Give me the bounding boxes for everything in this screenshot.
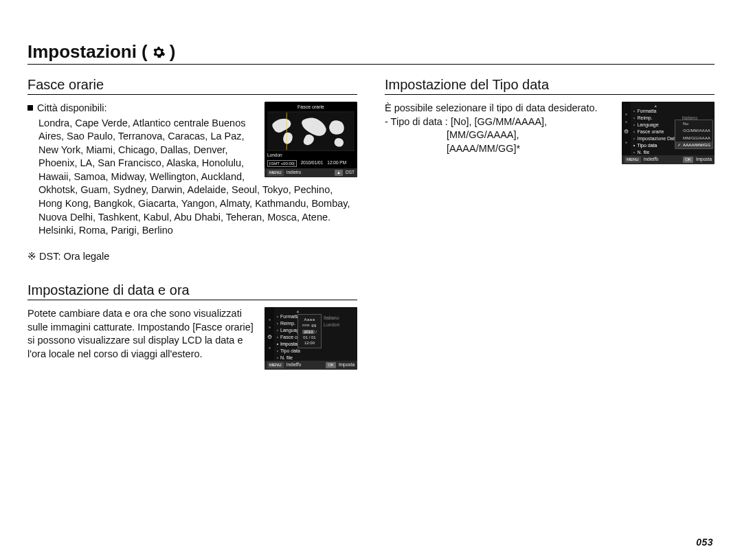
shot3-item[interactable]: Fasce orarie (637, 128, 664, 135)
shot3-item[interactable]: Language (637, 122, 658, 128)
shot3-item[interactable]: N. file (637, 149, 649, 155)
shot2-item[interactable]: Tipo data (280, 348, 300, 354)
gear-icon (152, 45, 166, 59)
fasce-orarie-body: Fasce orarie (27, 102, 357, 263)
date-type-option[interactable]: GG/MM/AAAA (675, 127, 712, 134)
gear-icon: ⚙ (624, 128, 629, 136)
cities-label-row: Città disponibili: (27, 102, 259, 115)
shot3-ok-label: Imposta (696, 157, 712, 163)
shot3-item[interactable]: Reimp. (637, 115, 652, 121)
shot1-time: 12:00 PM (327, 160, 346, 167)
chevron-down-icon: ▼ (277, 361, 319, 366)
shot3-item[interactable]: Formatta (637, 108, 656, 114)
shot1-city: London (267, 153, 282, 159)
shot2-item[interactable]: Reimp. (280, 320, 295, 326)
menu-chip-icon[interactable]: MENU (267, 170, 284, 176)
check-icon: ✓ (677, 142, 682, 148)
shot3-tabstrip: ⚙ (622, 102, 631, 155)
section-fasce-orarie-title: Fasce orarie (27, 77, 357, 95)
date-edit-year[interactable]: 2010 (302, 330, 314, 334)
square-bullet-icon (27, 105, 33, 111)
screenshot-timezone: Fasce orarie (265, 102, 357, 177)
chevron-down-icon: ▼ (633, 156, 677, 160)
shot2-ok-label: Imposta (339, 362, 355, 368)
page-number: 053 (696, 537, 713, 548)
right-column: Impostazione del Tipo data ⚙ ▲ Formatta … (385, 74, 715, 372)
screenshot-date-type: ⚙ ▲ Formatta Reimp. Language Fasce orari… (622, 102, 715, 164)
page: Impostazioni ( ) Fasce orarie Fasce orar… (0, 0, 742, 560)
date-type-option-selected[interactable]: ✓AAAA/MM/GG (675, 142, 712, 148)
shot3-item[interactable]: Impostazione Data (637, 135, 677, 142)
shot1-gmt: [GMT +00:00] (267, 160, 297, 167)
shot1-date: 2010/01/01 (301, 160, 324, 167)
page-title-row: Impostazioni ( ) (27, 41, 715, 65)
section-tipo-data-title: Impostazione del Tipo data (385, 77, 715, 95)
shot1-title: Fasce orarie (265, 102, 357, 111)
dst-note: ※ DST: Ora legale (27, 250, 357, 264)
date-edit-popup: Aaaa mm gg 2010 / 01 / 01 12:00 (297, 314, 322, 348)
left-column: Fasce orarie Fasce orarie (27, 74, 357, 372)
ok-chip-icon[interactable]: OK (326, 362, 336, 368)
gear-icon: ⚙ (267, 334, 272, 341)
world-map-icon (267, 111, 355, 151)
shot2-item[interactable]: Formatta (280, 313, 300, 320)
date-type-popup: No GG/MM/AAAA MM/GG/AAAA ✓AAAA/MM/GG (675, 120, 713, 149)
page-title-suffix: ) (170, 41, 176, 63)
shot2-val: Italiano (324, 315, 339, 321)
shot2-item[interactable]: N. file (280, 355, 293, 361)
date-edit-value[interactable]: 2010 / 01 / 01 12:00 (301, 329, 318, 346)
columns: Fasce orarie Fasce orarie (27, 74, 715, 372)
date-type-option[interactable]: MM/GG/AAAA (675, 135, 712, 142)
section-data-ora-title: Impostazione di data e ora (27, 282, 357, 300)
up-chip-icon[interactable]: ▲ (335, 170, 343, 176)
date-type-option[interactable]: No (675, 120, 712, 127)
shot2-tabstrip: ⚙ (265, 307, 274, 361)
tipo-data-body: ⚙ ▲ Formatta Reimp. Language Fasce orari… (385, 102, 715, 155)
shot3-item[interactable]: Tipo data (637, 142, 657, 148)
shot1-dst-label: DST (346, 170, 355, 176)
data-ora-text: Potete cambiare data e ora che sono visu… (27, 308, 254, 359)
page-title-prefix: Impostazioni ( (27, 41, 148, 63)
shot1-info2: [GMT +00:00] 2010/01/01 12:00 PM (265, 160, 357, 168)
shot1-footer: MENU Indietro ▲ DST (265, 168, 357, 177)
ok-chip-icon[interactable]: OK (683, 157, 693, 163)
screenshot-date-time: ⚙ ▲ Formatta Reimp. Language Fasce orari… (265, 307, 357, 370)
shot1-info: London (265, 151, 357, 160)
shot2-val: London (324, 322, 339, 328)
data-ora-body: ⚙ ▲ Formatta Reimp. Language Fasce orari… (27, 307, 357, 361)
cities-label: Città disponibili: (37, 102, 107, 115)
date-edit-label: Aaaa mm gg (301, 317, 318, 328)
shot1-back-label: Indietro (286, 170, 302, 176)
